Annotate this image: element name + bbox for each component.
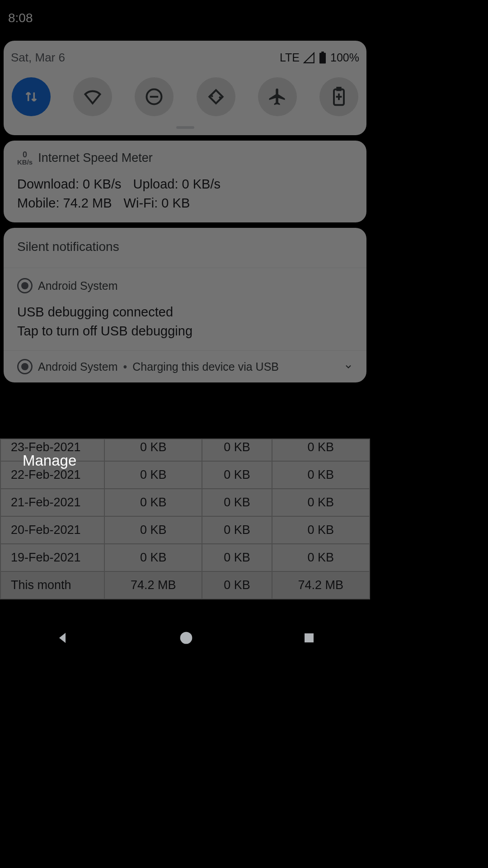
nav-recent-button[interactable]	[302, 631, 316, 645]
quick-settings-panel[interactable]: Sat, Mar 6 LTE 100%	[4, 41, 366, 135]
signal-icon	[303, 52, 315, 64]
auto-rotate-icon	[206, 87, 226, 107]
manage-button[interactable]: Manage	[23, 452, 76, 469]
navigation-bar	[0, 618, 370, 658]
battery-pct: 100%	[330, 51, 359, 64]
app-name: Internet Speed Meter	[38, 151, 153, 165]
tile-auto-rotate[interactable]	[197, 77, 235, 116]
qs-date: Sat, Mar 6	[11, 51, 65, 65]
mobile-data-icon	[23, 88, 40, 105]
android-system-icon	[17, 278, 33, 293]
app-name: Android System	[38, 279, 117, 292]
tile-dnd[interactable]	[135, 77, 174, 116]
notification-body: USB debugging connected Tap to turn off …	[17, 302, 353, 340]
table-row: 19-Feb-20210 KB0 KB0 KB	[0, 544, 370, 571]
dnd-icon	[144, 87, 164, 107]
nav-home-button[interactable]	[179, 631, 193, 645]
notification-body: Download: 0 KB/s Upload: 0 KB/s Mobile: …	[17, 175, 353, 212]
airplane-icon	[267, 87, 287, 107]
notification-usb-debug[interactable]: Android System USB debugging connected T…	[4, 268, 366, 350]
status-time: 8:08	[8, 11, 33, 25]
tile-battery-saver[interactable]	[319, 77, 358, 116]
notification-charging[interactable]: Android System • Charging this device vi…	[4, 351, 366, 382]
svg-rect-1	[321, 52, 324, 53]
battery-icon	[319, 52, 327, 64]
notification-speed-meter[interactable]: 0 KB/s Internet Speed Meter Download: 0 …	[4, 141, 366, 222]
chevron-down-icon[interactable]	[344, 361, 353, 373]
tile-wifi[interactable]	[73, 77, 112, 116]
speed-meter-icon: 0 KB/s	[17, 151, 33, 165]
svg-rect-9	[305, 633, 314, 642]
android-system-icon	[17, 359, 33, 374]
wifi-icon	[83, 87, 103, 107]
svg-rect-0	[319, 52, 326, 63]
nav-back-button[interactable]	[55, 630, 70, 646]
tile-mobile-data[interactable]	[12, 77, 51, 116]
table-row: 21-Feb-20210 KB0 KB0 KB	[0, 489, 370, 516]
battery-saver-icon	[331, 87, 347, 107]
tile-airplane[interactable]	[258, 77, 297, 116]
qs-status-icons: LTE 100%	[280, 51, 359, 64]
table-row: 20-Feb-20210 KB0 KB0 KB	[0, 516, 370, 544]
silent-header: Silent notifications	[17, 238, 353, 258]
qs-drag-handle[interactable]	[176, 126, 194, 129]
svg-rect-5	[337, 88, 340, 90]
table-total-row: This month74.2 MB0 KB74.2 MB	[0, 571, 370, 599]
status-bar: 8:08	[0, 0, 370, 31]
network-label: LTE	[280, 51, 300, 64]
silent-notifications-group: Silent notifications Android System USB …	[4, 228, 366, 382]
svg-point-8	[180, 632, 192, 644]
